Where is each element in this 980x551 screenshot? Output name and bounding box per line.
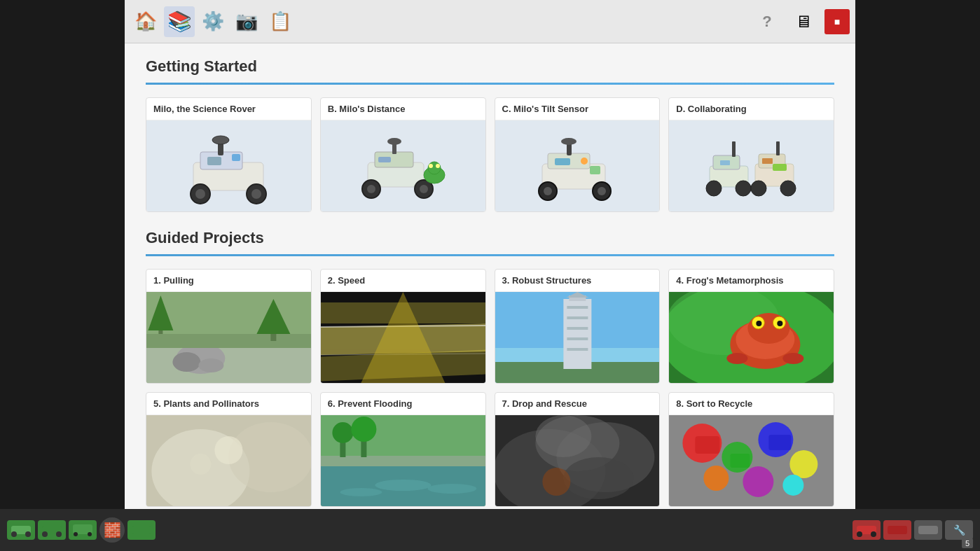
track-red-1[interactable] bbox=[853, 520, 881, 540]
svg-point-124 bbox=[11, 531, 17, 537]
svg-rect-68 bbox=[563, 299, 591, 369]
svg-point-86 bbox=[727, 353, 748, 364]
svg-point-87 bbox=[783, 353, 804, 364]
main-wrapper: Getting Started Milo, the Science Rover bbox=[0, 43, 980, 509]
track-green-3[interactable] bbox=[69, 520, 97, 540]
svg-point-101 bbox=[351, 417, 376, 442]
card-image-drop-rescue bbox=[495, 415, 660, 506]
svg-rect-46 bbox=[773, 164, 787, 171]
svg-point-84 bbox=[757, 321, 762, 326]
toolbar-right: ? 🖥 ■ bbox=[752, 6, 850, 37]
svg-point-102 bbox=[375, 480, 431, 491]
getting-started-section: Getting Started Milo, the Science Rover bbox=[146, 57, 834, 212]
svg-rect-73 bbox=[567, 327, 588, 330]
card-pulling[interactable]: 1. Pulling bbox=[146, 269, 312, 384]
svg-rect-38 bbox=[720, 160, 730, 165]
svg-point-17 bbox=[428, 162, 441, 174]
svg-point-111 bbox=[542, 468, 570, 496]
svg-rect-120 bbox=[696, 436, 720, 454]
card-sort-recycle[interactable]: 8. Sort to Recycle bbox=[668, 392, 834, 507]
svg-point-127 bbox=[42, 531, 48, 537]
card-title-milos-tilt-sensor: C. Milo's Tilt Sensor bbox=[495, 98, 660, 120]
svg-rect-43 bbox=[732, 141, 736, 157]
card-robust-structures[interactable]: 3. Robust Structures bbox=[495, 269, 661, 384]
clipboard-icon[interactable]: 📋 bbox=[265, 6, 296, 37]
card-collaborating[interactable]: D. Collaborating bbox=[668, 97, 834, 212]
svg-rect-33 bbox=[590, 166, 600, 174]
content-area: Getting Started Milo, the Science Rover bbox=[125, 43, 855, 509]
svg-point-28 bbox=[598, 187, 606, 195]
svg-rect-121 bbox=[731, 454, 750, 468]
svg-point-103 bbox=[340, 488, 382, 496]
monitor-icon[interactable]: 🖥 bbox=[788, 6, 819, 37]
getting-started-heading: Getting Started bbox=[146, 57, 834, 76]
svg-rect-75 bbox=[567, 348, 588, 351]
gear-icon[interactable]: ⚙️ bbox=[198, 6, 228, 37]
card-milos-tilt-sensor[interactable]: C. Milo's Tilt Sensor bbox=[495, 97, 661, 212]
card-image-robust-structures bbox=[495, 292, 660, 383]
svg-rect-45 bbox=[762, 158, 773, 164]
svg-point-42 bbox=[780, 181, 796, 196]
card-plants-pollinators[interactable]: 5. Plants and Pollinators bbox=[146, 392, 312, 507]
card-image-milos-tilt-sensor bbox=[495, 120, 660, 211]
svg-point-7 bbox=[212, 136, 229, 144]
track-gray-2[interactable]: 🔧 bbox=[945, 520, 973, 540]
side-panel-left bbox=[0, 43, 125, 509]
track-green-2[interactable] bbox=[38, 520, 66, 540]
guided-projects-grid: 1. Pulling bbox=[146, 269, 834, 507]
getting-started-divider bbox=[146, 83, 834, 85]
svg-point-32 bbox=[581, 158, 588, 165]
svg-rect-31 bbox=[555, 158, 570, 165]
card-title-collaborating: D. Collaborating bbox=[669, 98, 834, 120]
card-drop-rescue[interactable]: 7. Drop and Rescue bbox=[495, 392, 661, 507]
svg-rect-53 bbox=[146, 334, 311, 348]
card-title-pulling: 1. Pulling bbox=[146, 270, 311, 292]
track-gray-1[interactable] bbox=[914, 520, 942, 540]
svg-rect-48 bbox=[146, 348, 311, 383]
svg-point-119 bbox=[783, 475, 804, 496]
svg-point-92 bbox=[214, 436, 242, 464]
track-green-1[interactable] bbox=[7, 520, 35, 540]
card-title-sort-recycle: 8. Sort to Recycle bbox=[669, 393, 834, 415]
card-milos-distance[interactable]: B. Milo's Distance bbox=[320, 97, 486, 212]
card-prevent-flooding[interactable]: 6. Prevent Flooding bbox=[320, 392, 486, 507]
svg-point-131 bbox=[88, 532, 92, 536]
home-icon[interactable]: 🏠 bbox=[130, 6, 161, 37]
book-icon[interactable]: 📚 bbox=[164, 6, 195, 37]
card-image-milos-distance bbox=[321, 120, 485, 211]
card-image-pulling bbox=[146, 292, 311, 383]
svg-point-41 bbox=[751, 181, 766, 196]
bottom-bar: 🧱 🔧 5 bbox=[0, 509, 980, 551]
svg-point-128 bbox=[56, 531, 62, 537]
svg-point-125 bbox=[25, 531, 31, 537]
side-panel-right bbox=[855, 43, 980, 509]
svg-rect-137 bbox=[918, 526, 938, 534]
help-icon[interactable]: ? bbox=[752, 6, 782, 37]
svg-point-36 bbox=[706, 181, 722, 196]
camera-icon[interactable]: 📷 bbox=[231, 6, 262, 37]
track-red-2[interactable] bbox=[883, 520, 911, 540]
card-image-milo-rover bbox=[146, 120, 311, 211]
card-title-frogs-metamorphosis: 4. Frog's Metamorphosis bbox=[669, 270, 834, 292]
card-speed[interactable]: 2. Speed bbox=[320, 269, 486, 384]
track-icon-lego[interactable]: 🧱 bbox=[99, 517, 125, 543]
svg-point-85 bbox=[778, 321, 783, 326]
card-image-speed bbox=[321, 292, 485, 383]
svg-point-134 bbox=[857, 531, 862, 537]
bottom-track: 🧱 🔧 bbox=[0, 517, 980, 543]
card-title-robust-structures: 3. Robust Structures bbox=[495, 270, 660, 292]
guided-projects-section: Guided Projects 1. Pulling bbox=[146, 229, 834, 507]
svg-point-104 bbox=[427, 484, 476, 494]
svg-point-118 bbox=[743, 466, 774, 497]
card-frogs-metamorphosis[interactable]: 4. Frog's Metamorphosis bbox=[668, 269, 834, 384]
svg-point-81 bbox=[748, 313, 790, 344]
stop-icon[interactable]: ■ bbox=[824, 9, 850, 34]
card-milo-science-rover[interactable]: Milo, the Science Rover bbox=[146, 97, 312, 212]
svg-rect-22 bbox=[378, 157, 391, 162]
svg-rect-9 bbox=[207, 157, 221, 165]
track-green-4[interactable] bbox=[127, 520, 156, 540]
svg-point-99 bbox=[332, 422, 353, 443]
svg-rect-44 bbox=[776, 141, 780, 155]
svg-point-117 bbox=[704, 466, 729, 491]
svg-rect-122 bbox=[769, 435, 792, 450]
